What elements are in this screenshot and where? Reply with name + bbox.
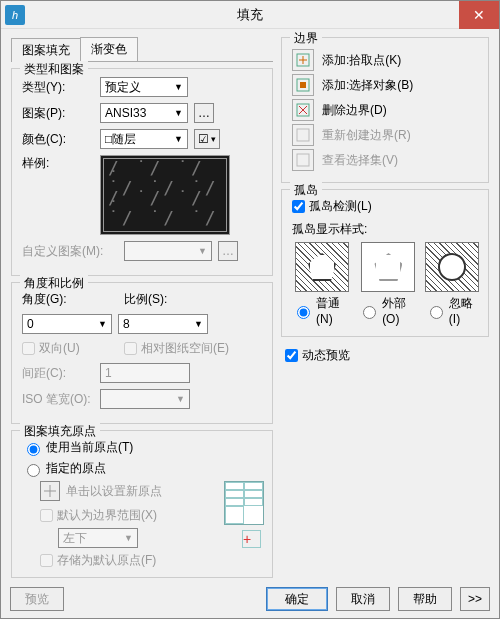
use-current-origin-radio[interactable]: 使用当前原点(T)	[22, 439, 264, 456]
custom-pattern-select: ▼	[124, 241, 212, 261]
group-title: 孤岛	[290, 182, 322, 199]
island-outer-radio[interactable]: 外部(O)	[358, 295, 419, 326]
color-label: 颜色(C):	[22, 131, 94, 148]
island-normal-radio[interactable]: 普通(N)	[292, 295, 352, 326]
scale-label: 比例(S):	[124, 291, 167, 308]
view-selection: 查看选择集(V)	[322, 152, 398, 169]
recreate-boundary: 重新创建边界(R)	[322, 127, 411, 144]
extent-pos-select: 左下▼	[58, 528, 138, 548]
island-detect-checkbox[interactable]: 孤岛检测(L)	[292, 198, 480, 215]
custom-pattern-label: 自定义图案(M):	[22, 243, 118, 260]
pick-points-icon[interactable]	[292, 49, 314, 71]
preview-button: 预览	[10, 587, 64, 611]
pick-origin-label: 单击以设置新原点	[66, 483, 162, 500]
island-style-label: 孤岛显示样式:	[292, 221, 480, 238]
group-title: 类型和图案	[20, 61, 88, 78]
store-default-checkbox: 存储为默认原点(F)	[40, 552, 218, 569]
sample-swatch[interactable]: / ˙/ ˙/ ˙˙/ ˙/ ˙// ˙/ ˙/ ˙˙/ ˙/ ˙/	[100, 155, 230, 235]
custom-browse-button: …	[218, 241, 238, 261]
island-normal-preview[interactable]	[295, 242, 349, 292]
sample-label: 样例:	[22, 155, 94, 172]
angle-select[interactable]: 0▼	[22, 314, 112, 334]
cancel-button[interactable]: 取消	[336, 587, 390, 611]
crosshair-icon	[42, 483, 58, 499]
iso-select: ▼	[100, 389, 190, 409]
island-outer-preview[interactable]	[361, 242, 415, 292]
svg-rect-2	[300, 82, 306, 88]
help-button[interactable]: 帮助	[398, 587, 452, 611]
tabs: 图案填充 渐变色	[11, 37, 273, 62]
pattern-label: 图案(P):	[22, 105, 94, 122]
type-select[interactable]: 预定义▼	[100, 77, 188, 97]
default-extent-checkbox: 默认为边界范围(X)	[40, 507, 218, 524]
group-boundary: 边界 添加:拾取点(K) 添加:选择对象(B) 删除边界(D) 重新创建边界(R…	[281, 37, 489, 183]
group-title: 边界	[290, 30, 322, 47]
add-pick-points[interactable]: 添加:拾取点(K)	[322, 52, 401, 69]
svg-rect-4	[297, 129, 309, 141]
pattern-browse-button[interactable]: …	[194, 103, 214, 123]
group-islands: 孤岛 孤岛检测(L) 孤岛显示样式: 普通(N) 外部(O) 忽略(I)	[281, 189, 489, 337]
tab-gradient[interactable]: 渐变色	[80, 37, 138, 61]
spacing-label: 间距(C):	[22, 365, 94, 382]
view-selection-icon	[292, 149, 314, 171]
spacing-input: 1	[100, 363, 190, 383]
pattern-select[interactable]: ANSI33▼	[100, 103, 188, 123]
svg-rect-5	[297, 154, 309, 166]
group-title: 角度和比例	[20, 275, 88, 292]
window-title: 填充	[1, 6, 499, 24]
group-type-pattern: 类型和图案 类型(Y): 预定义▼ 图案(P): ANSI33▼ … 颜色(C)…	[11, 68, 273, 276]
color-swatch-button[interactable]: ☑▾	[194, 129, 220, 149]
group-origin: 图案填充原点 使用当前原点(T) 指定的原点 单击以设置新原点 默认为边界范围(…	[11, 430, 273, 578]
add-select-objects[interactable]: 添加:选择对象(B)	[322, 77, 413, 94]
dynamic-preview-checkbox[interactable]: 动态预览	[285, 347, 489, 364]
double-checkbox: 双向(U)	[22, 340, 118, 357]
island-ignore-preview[interactable]	[425, 242, 479, 292]
relative-checkbox: 相对图纸空间(E)	[124, 340, 229, 357]
iso-label: ISO 笔宽(O):	[22, 391, 94, 408]
ok-button[interactable]: 确定	[266, 587, 328, 611]
recreate-boundary-icon	[292, 124, 314, 146]
remove-boundary-icon[interactable]	[292, 99, 314, 121]
scale-select[interactable]: 8▼	[118, 314, 208, 334]
remove-boundary[interactable]: 删除边界(D)	[322, 102, 387, 119]
group-title: 图案填充原点	[20, 423, 100, 440]
pick-origin-button	[40, 481, 60, 501]
angle-label: 角度(G):	[22, 291, 118, 308]
type-label: 类型(Y):	[22, 79, 94, 96]
group-angle-scale: 角度和比例 角度(G): 比例(S): 0▼ 8▼ 双向(U) 相对图纸空间(E…	[11, 282, 273, 424]
origin-preview: +	[224, 481, 264, 525]
island-ignore-radio[interactable]: 忽略(I)	[425, 295, 480, 326]
specified-origin-radio[interactable]: 指定的原点	[22, 460, 264, 477]
color-select[interactable]: □随层▼	[100, 129, 188, 149]
close-button[interactable]: ✕	[459, 1, 499, 29]
expand-button[interactable]: >>	[460, 587, 490, 611]
select-objects-icon[interactable]	[292, 74, 314, 96]
title-bar: h 填充 ✕	[1, 1, 499, 29]
tab-hatch[interactable]: 图案填充	[11, 38, 81, 62]
